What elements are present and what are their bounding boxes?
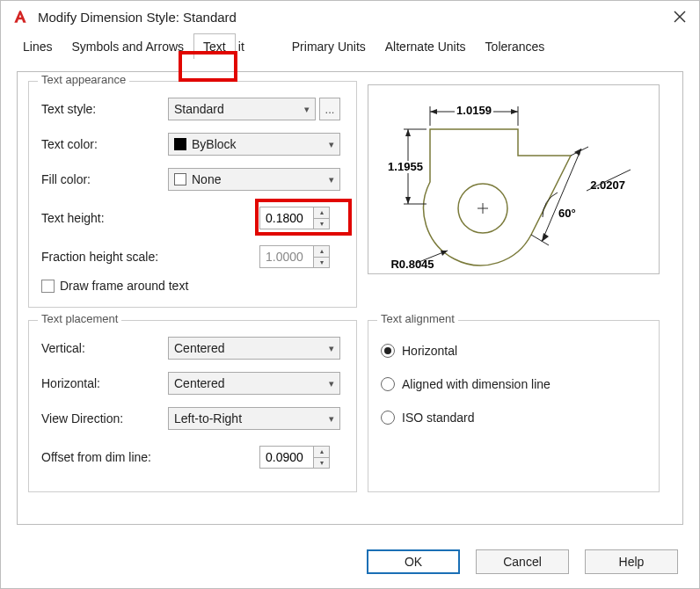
offset-input[interactable] <box>260 447 313 468</box>
app-icon <box>11 8 29 25</box>
horizontal-dropdown[interactable]: Centered ▾ <box>168 372 340 395</box>
none-swatch-icon <box>174 173 186 185</box>
legend-placement: Text placement <box>38 312 121 325</box>
radio-icon <box>381 344 395 358</box>
svg-marker-7 <box>511 109 518 114</box>
vertical-dropdown[interactable]: Centered ▾ <box>168 337 340 360</box>
radio-icon <box>381 411 395 425</box>
tab-alternate-units[interactable]: Alternate Units <box>376 33 476 59</box>
horizontal-label: Horizontal: <box>41 376 168 390</box>
close-button[interactable] <box>671 8 689 25</box>
offset-spinner[interactable]: ▴ ▾ <box>259 446 330 469</box>
offset-label: Offset from dim line: <box>41 450 259 464</box>
svg-marker-21 <box>542 233 549 242</box>
chevron-down-icon: ▾ <box>329 413 334 425</box>
tab-panel: Text appearance Text style: Standard ▾ .… <box>17 71 683 525</box>
radio-aligned[interactable]: Aligned with dimension line <box>381 377 551 391</box>
svg-marker-14 <box>405 197 411 204</box>
svg-text:1.1955: 1.1955 <box>388 160 423 173</box>
fill-color-label: Fill color: <box>41 172 168 186</box>
svg-text:R0.8045: R0.8045 <box>390 258 434 271</box>
content-area: Text appearance Text style: Standard ▾ .… <box>1 61 699 535</box>
view-direction-dropdown[interactable]: Left-to-Right ▾ <box>168 407 340 430</box>
fieldset-text-placement: Text placement Vertical: Centered ▾ Hori… <box>28 320 357 492</box>
fraction-scale-spinner: ▴ ▾ <box>259 245 330 268</box>
chevron-down-icon: ▾ <box>329 174 334 185</box>
tabs: Lines Symbols and Arrows Text it Primary… <box>1 33 699 59</box>
radio-icon <box>381 377 395 391</box>
text-height-label: Text height: <box>41 211 259 225</box>
window-title: Modify Dimension Style: Standard <box>38 10 671 25</box>
tab-symbols-arrows[interactable]: Symbols and Arrows <box>62 33 193 59</box>
draw-frame-label: Draw frame around text <box>60 279 188 293</box>
legend-appearance: Text appearance <box>38 73 129 86</box>
spinner-up-icon[interactable]: ▴ <box>314 447 329 458</box>
fill-color-dropdown[interactable]: None ▾ <box>168 168 340 191</box>
text-height-spinner[interactable]: ▴ ▾ <box>259 207 330 229</box>
chevron-down-icon: ▾ <box>329 378 334 389</box>
spinner-down-icon[interactable]: ▾ <box>314 219 329 229</box>
dialog-window: Modify Dimension Style: Standard Lines S… <box>0 0 700 589</box>
svg-text:1.0159: 1.0159 <box>456 104 492 117</box>
text-style-browse-button[interactable]: ... <box>319 98 340 120</box>
radio-iso[interactable]: ISO standard <box>381 411 551 425</box>
dimension-preview: 1.0159 1.1955 2.0207 <box>368 84 660 274</box>
ellipsis-icon: ... <box>325 103 335 116</box>
svg-marker-6 <box>430 109 437 114</box>
draw-frame-checkbox[interactable] <box>41 280 55 293</box>
fieldset-text-appearance: Text appearance Text style: Standard ▾ .… <box>28 81 357 308</box>
ok-button[interactable]: OK <box>367 549 460 574</box>
text-color-label: Text color: <box>41 137 168 151</box>
svg-text:60°: 60° <box>558 207 576 220</box>
text-style-label: Text style: <box>41 102 168 116</box>
fieldset-text-alignment: Text alignment Horizontal Aligned with d… <box>368 320 660 492</box>
chevron-down-icon: ▾ <box>329 343 334 354</box>
text-height-input[interactable] <box>260 207 313 229</box>
button-bar: OK Cancel Help <box>367 549 678 574</box>
titlebar: Modify Dimension Style: Standard <box>1 1 699 33</box>
color-swatch-icon <box>174 138 186 150</box>
tab-primary-units[interactable]: Primary Units <box>282 33 376 59</box>
spinner-up-icon[interactable]: ▴ <box>314 207 329 219</box>
tab-fit[interactable]: it <box>236 33 254 59</box>
text-color-dropdown[interactable]: ByBlock ▾ <box>168 133 340 156</box>
chevron-down-icon: ▾ <box>329 139 334 150</box>
spinner-down-icon[interactable]: ▾ <box>314 458 329 469</box>
vertical-label: Vertical: <box>41 341 168 355</box>
fraction-scale-input <box>260 246 313 267</box>
help-button[interactable]: Help <box>585 549 678 574</box>
fraction-scale-label: Fraction height scale: <box>41 250 259 264</box>
text-style-dropdown[interactable]: Standard ▾ <box>168 98 316 120</box>
chevron-down-icon: ▾ <box>304 104 310 115</box>
tab-lines[interactable]: Lines <box>13 33 62 59</box>
spinner-up-icon: ▴ <box>314 246 329 258</box>
cancel-button[interactable]: Cancel <box>476 549 569 574</box>
svg-marker-28 <box>441 251 448 256</box>
radio-horizontal[interactable]: Horizontal <box>381 344 551 358</box>
svg-marker-13 <box>405 129 411 136</box>
tab-tolerances[interactable]: Tolerances <box>476 33 555 59</box>
view-direction-label: View Direction: <box>41 411 168 425</box>
svg-line-19 <box>542 149 581 242</box>
spinner-down-icon: ▾ <box>314 258 329 268</box>
tab-text[interactable]: Text <box>193 33 236 59</box>
legend-alignment: Text alignment <box>377 312 458 325</box>
